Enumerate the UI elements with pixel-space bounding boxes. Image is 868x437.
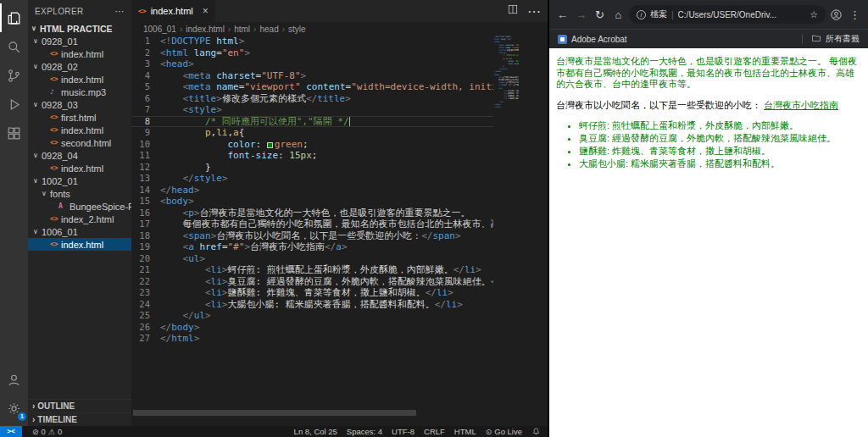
code-line-24[interactable]: 24 <li>大腸包小腸: 糯米腸夾著香腸，搭配醬料和配料。</li> [131,299,493,311]
tab-index-html[interactable]: <> index.html × [131,0,215,22]
back-button[interactable]: ← [554,8,570,21]
code-line-7[interactable]: 7 <style> [131,104,493,116]
file-index.html[interactable]: <>index.html [28,73,131,86]
folder-0928_01[interactable]: ∨0928_01 [28,35,131,47]
code-line-25[interactable]: 25 </ul> [131,310,493,322]
code-line-16[interactable]: 16 <p>台灣夜市是當地文化的一大特色，也是吸引遊客的重要景點之一。 [131,207,493,219]
explorer-icon[interactable] [0,3,28,32]
explorer-more-actions-icon[interactable]: ⋯ [115,6,125,17]
section-timeline[interactable]: ›TIMELINE [28,412,131,426]
code-line-17[interactable]: 17 每個夜市都有自己獨特的小吃和氛圍，最知名的夜市包括台北的士林夜市、高雄的 [131,218,493,230]
address-bar[interactable]: i 檔案 | C:/Users/USER/OneDriv... ☆ [629,5,826,24]
home-button[interactable]: ⌂ [610,8,626,21]
remote-indicator[interactable]: >< [0,426,22,437]
file-music.mp3[interactable]: ♪music.mp3 [28,86,131,98]
problems-indicator[interactable]: ⊘0 ⚠0 [29,427,62,436]
folder-0928_02[interactable]: ∨0928_02 [28,60,131,73]
notifications-bell-icon[interactable] [531,427,541,436]
code-line-8[interactable]: 8 /* 同時應用可以使用","隔開 */ [131,116,493,128]
html-file-icon: <> [50,113,61,121]
breadcrumb-style[interactable]: style [288,25,306,34]
activity-bar: 1 [0,0,28,426]
status-item[interactable]: HTML [454,427,476,436]
file-first.html[interactable]: <>first.html [28,111,131,124]
code-line-14[interactable]: 14</head> [131,185,493,196]
horizontal-scrollbar[interactable] [133,410,416,416]
tree-item-label: 1006_01 [42,227,78,237]
code-line-22[interactable]: 22 <li>臭豆腐: 經過發酵的豆腐，外脆內軟，搭配酸辣泡菜風味絕佳。</li… [131,276,493,288]
code-line-15[interactable]: 15<body> [131,196,493,207]
code-line-12[interactable]: 12 } [131,162,493,174]
tree-item-label: 1002_01 [42,176,78,186]
code-line-19[interactable]: 19 <a href="#">台灣夜市小吃指南</a> [131,241,493,253]
status-item[interactable]: UTF-8 [392,427,415,436]
page-link[interactable]: 台灣夜市小吃指南 [764,100,838,110]
source-control-icon[interactable] [0,61,28,90]
folder-1006_01[interactable]: ∨1006_01 [28,225,131,238]
code-line-27[interactable]: 27</html> [131,333,493,345]
bookmark-star-icon[interactable]: ☆ [810,9,818,20]
line-number: 4 [131,70,160,82]
folder-0928_03[interactable]: ∨0928_03 [28,98,131,111]
breadcrumb-1006_01[interactable]: 1006_01 [143,25,176,34]
tab-close-icon[interactable]: × [203,5,209,17]
all-bookmarks-button[interactable]: 所有書籤 [802,33,860,45]
breadcrumb-index.html[interactable]: index.html [186,25,225,34]
file-index.html[interactable]: <>index.html [28,47,131,60]
code-line-2[interactable]: 2<html lang="en"> [131,47,493,59]
minimap[interactable]: <!DOCTYPE html><html lang="en"><head> <m… [493,36,519,129]
section-outline[interactable]: ›OUTLINE [28,399,131,412]
forward-button[interactable]: → [573,8,589,21]
chevron-down-icon: ∨ [33,101,42,108]
status-item[interactable]: Ln 8, Col 25 [294,427,337,436]
file-index.html[interactable]: <>index.html [28,162,131,174]
file-second.html[interactable]: <>second.html [28,136,131,149]
folder-0928_04[interactable]: ∨0928_04 [28,149,131,162]
file-index.html[interactable]: <>index.html [28,238,131,251]
breadcrumb[interactable]: 1006_01›index.html›html›head›style [131,22,548,36]
breadcrumb-head[interactable]: head [259,25,278,34]
code-line-21[interactable]: 21 <li>蚵仔煎: 煎牡蠣配上蛋和粉漿，外皮酥脆，內部鮮嫩。</li> [131,264,493,276]
tree-root-html-practice[interactable]: ∨ HTML PRACTICE [28,22,131,35]
editor-more-actions-icon[interactable]: ⋯ [527,3,541,19]
code-line-13[interactable]: 13 </style> [131,173,493,185]
html-file-icon: <> [50,241,61,248]
code-line-4[interactable]: 4 <meta charset="UTF-8"> [131,70,493,82]
account-icon[interactable] [0,365,28,394]
status-item[interactable]: CRLF [424,427,445,436]
line-number: 17 [131,218,160,230]
refresh-button[interactable]: ↻ [592,8,608,21]
file-index_2.html[interactable]: <>index_2.html [28,213,131,225]
profile-icon[interactable] [828,8,844,21]
code-line-11[interactable]: 11 font-size: 15px; [131,150,493,162]
line-number: 18 [131,230,160,242]
file-index.html[interactable]: <>index.html [28,124,131,136]
folder-1002_01[interactable]: ∨1002_01 [28,174,131,187]
run-debug-icon[interactable] [0,90,28,119]
code-line-10[interactable]: 10 color: green; [131,139,493,151]
code-line-23[interactable]: 23 <li>鹽酥雞: 炸雞塊、青菜等食材，撒上鹽和胡椒。</li> [131,287,493,299]
code-line-3[interactable]: 3<head> [131,58,493,70]
code-line-1[interactable]: 1<!DOCTYPE html> [131,36,493,47]
browser-menu-icon[interactable]: ⋮ [847,8,863,21]
folder-fonts[interactable]: ∨fonts [28,187,131,200]
code-line-18[interactable]: 18 <span>台灣夜市以小吃聞名，以下是一些受歡迎的小吃：</span> [131,230,493,242]
code-line-26[interactable]: 26</body> [131,322,493,334]
search-icon[interactable] [0,32,28,61]
split-editor-icon[interactable] [507,3,519,19]
go-live-button[interactable]: ⊙ Go Live [486,427,522,436]
file-BungeeSpice-Regu...[interactable]: ABungeeSpice-Regu... [28,200,131,213]
bookmarks-bar: Adobe Acrobat 所有書籤 [549,29,868,48]
settings-gear-icon[interactable]: 1 [0,394,28,423]
bookmark-adobe-acrobat[interactable]: Adobe Acrobat [558,35,627,44]
breadcrumb-html[interactable]: html [234,25,250,34]
code-line-6[interactable]: 6 <title>修改多個元素的樣式</title> [131,93,493,105]
tree-item-label: 0928_03 [42,100,78,110]
status-item[interactable]: Spaces: 4 [347,427,382,436]
code-editor[interactable]: 1<!DOCTYPE html>2<html lang="en">3<head>… [131,36,493,406]
page-info-icon[interactable]: i [637,10,646,19]
code-line-5[interactable]: 5 <meta name="viewport" content="width=d… [131,81,493,93]
extensions-icon[interactable] [0,119,28,147]
code-line-9[interactable]: 9 p,li,a{ [131,127,493,139]
code-line-20[interactable]: 20 <ul> [131,253,493,265]
